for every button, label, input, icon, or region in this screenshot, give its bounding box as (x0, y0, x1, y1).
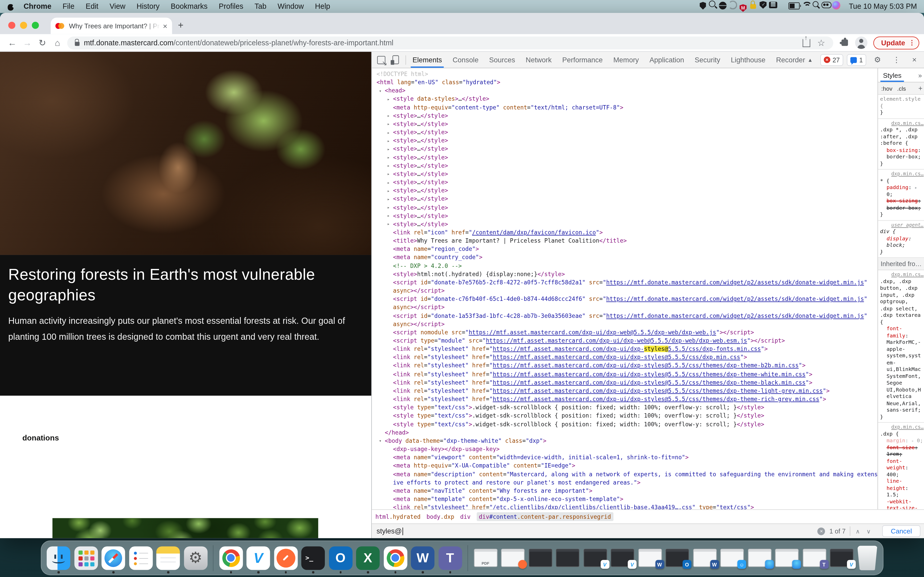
safari-window-2-dock-icon[interactable] (775, 549, 798, 567)
code-line[interactable]: <meta name="viewport" content="width=dev… (372, 453, 877, 462)
code-line[interactable]: <link rel="stylesheet" href="https://mtf… (372, 395, 877, 403)
menu-bar-clock[interactable]: Tue 10 May 5:03 PM (849, 2, 917, 11)
css-property[interactable]: line-height: 1.5; (880, 478, 924, 498)
chrome-dock-icon[interactable] (383, 546, 407, 569)
devtools-settings-gear-icon[interactable]: ⚙ (870, 55, 885, 64)
code-line[interactable]: <style type="text/css">.widget-sdk-scrol… (372, 403, 877, 412)
teams-window-dock-icon[interactable]: T (803, 549, 826, 567)
clear-search-icon[interactable]: × (817, 527, 825, 535)
css-rule[interactable]: dxp.min.cs….dxp, .dxp button, .dxp input… (878, 270, 924, 423)
devtools-tab-recorder[interactable]: Recorder▲ (771, 52, 818, 68)
css-rule[interactable]: dxp.min.cs…* {padding: ▸ 0;box-sizing: b… (878, 169, 924, 221)
css-source-link[interactable]: dxp.min.cs… (880, 120, 924, 126)
devtools-tab-sources[interactable]: Sources (484, 52, 520, 68)
collapse-arrow-icon[interactable]: ▸ (387, 221, 390, 229)
lock-icon[interactable] (75, 42, 80, 45)
css-rule[interactable]: element.style {} (878, 95, 924, 119)
code-line[interactable]: <dxp-usage-key></dxp-usage-key> (372, 445, 877, 453)
menu-item-tab[interactable]: Tab (254, 2, 267, 11)
devtools-tab-console[interactable]: Console (447, 52, 484, 68)
devtools-tab-lighthouse[interactable]: Lighthouse (725, 52, 771, 68)
code-line[interactable]: <link rel="stylesheet" href="https://mtf… (372, 345, 877, 353)
menu-item-edit[interactable]: Edit (86, 2, 98, 11)
menu-item-view[interactable]: View (110, 2, 125, 11)
collapse-arrow-icon[interactable]: ▸ (387, 129, 390, 137)
collapse-arrow-icon[interactable]: ▸ (387, 195, 390, 204)
code-line[interactable]: async></script> (372, 320, 877, 329)
code-line[interactable]: async></script> (372, 287, 877, 295)
code-line[interactable]: <link rel="icon" href="/content/dam/dxp/… (372, 229, 877, 237)
styles-tab[interactable]: Styles (878, 68, 906, 82)
terminal-window-dock-icon[interactable] (528, 549, 552, 567)
collapse-arrow-icon[interactable]: ▸ (387, 112, 390, 120)
settings-dock-icon[interactable]: ⚙ (184, 546, 207, 569)
menu-item-profiles[interactable]: Profiles (219, 2, 243, 11)
css-property[interactable]: display: block; (880, 235, 924, 249)
css-property[interactable]: box-sizing: border-box; (880, 198, 924, 211)
finder-dock-icon[interactable] (47, 546, 70, 569)
expand-property-icon[interactable]: ▸ (912, 438, 917, 443)
code-line[interactable]: ▸<style>…</style> (372, 220, 877, 228)
home-button[interactable]: ⌂ (50, 38, 65, 48)
code-line[interactable]: ▸<style>…</style> (372, 195, 877, 203)
breadcrumb-item[interactable]: html.hydrated (375, 513, 420, 520)
code-line[interactable]: ▸<style>…</style> (372, 203, 877, 212)
code-line[interactable]: <link rel="stylesheet" href="https://mtf… (372, 353, 877, 362)
code-line[interactable]: <meta http-equiv="X-UA-Compatible" conte… (372, 462, 877, 470)
code-line[interactable]: <link rel="stylesheet" href="https://mtf… (372, 370, 877, 379)
collapse-arrow-icon[interactable]: ▸ (387, 204, 390, 212)
breadcrumb-item[interactable]: body.dxp (426, 513, 454, 520)
scissors-status-icon[interactable] (778, 0, 788, 10)
code-line[interactable]: ▸<style>…</style> (372, 112, 877, 120)
word-dock-icon[interactable]: W (411, 546, 435, 569)
chrome-dock-icon[interactable] (219, 546, 242, 569)
css-source-link[interactable]: user agent… (880, 222, 924, 229)
privacy-status-icon[interactable] (698, 1, 708, 11)
zoom-window-button[interactable] (32, 22, 39, 29)
new-tab-button[interactable]: + (178, 21, 183, 30)
browser-tab[interactable]: Why Trees are Important? | Pric × (51, 18, 172, 34)
more-tabs-icon[interactable]: » (918, 72, 924, 79)
css-source-link[interactable]: dxp.min.cs… (880, 424, 924, 431)
code-line[interactable]: ▾<head> (372, 87, 877, 95)
error-badge[interactable]: ×27 (820, 54, 843, 66)
donations-button[interactable]: donations (8, 427, 73, 447)
searchc-status-icon[interactable] (708, 0, 718, 10)
browser-menu-icon[interactable]: ⋮ (909, 39, 915, 47)
update-button[interactable]: Update ⋮ (874, 36, 919, 49)
finder-window-dock-icon[interactable]: ☺ (720, 549, 744, 567)
code-line[interactable]: <style type="text/css">.widget-sdk-scrol… (372, 420, 877, 429)
share-icon[interactable] (803, 39, 810, 47)
css-rule[interactable]: dxp.min.cs….dxp *, .dxp :after, .dxp :be… (878, 119, 924, 170)
code-line[interactable]: ive efforts to protect and restore our p… (372, 479, 877, 487)
batt-status-icon[interactable] (788, 1, 801, 11)
code-line[interactable]: ▸<style>…</style> (372, 153, 877, 162)
postman-dock-icon[interactable] (274, 546, 297, 569)
previous-match-icon[interactable]: ∧ (855, 528, 861, 534)
menu-item-window[interactable]: Window (278, 2, 304, 11)
code-line[interactable]: <link rel="stylesheet" href="https://mtf… (372, 387, 877, 395)
collapse-arrow-icon[interactable]: ▸ (387, 187, 390, 195)
teams-dock-icon[interactable]: T (438, 546, 462, 569)
profile-avatar[interactable] (855, 37, 867, 49)
word-window-2-dock-icon[interactable]: W (693, 549, 716, 567)
menu-item-file[interactable]: File (63, 2, 74, 11)
styles-filter-hov[interactable]: :hov (881, 85, 892, 92)
css-property[interactable]: font-size: 1rem; (880, 444, 924, 458)
devtools-close-icon[interactable]: × (908, 55, 921, 64)
code-line[interactable]: ▸<style>…</style> (372, 145, 877, 153)
expand-arrow-icon[interactable]: ▾ (379, 437, 381, 445)
wifi-status-icon[interactable] (801, 0, 811, 10)
siri-status-icon[interactable] (831, 1, 841, 10)
menu-item-chrome[interactable]: Chrome (23, 2, 51, 11)
collapse-arrow-icon[interactable]: ▸ (387, 137, 390, 145)
collapse-arrow-icon[interactable]: ▸ (387, 162, 390, 170)
collapse-arrow-icon[interactable]: ▸ (387, 145, 390, 153)
breadcrumb-item[interactable]: div (460, 513, 470, 520)
spiral-status-icon[interactable] (728, 0, 738, 10)
devtools-tab-performance[interactable]: Performance (557, 52, 608, 68)
postman-window-dock-icon[interactable] (501, 549, 524, 567)
vscode-window-dock-icon[interactable]: V (583, 549, 607, 567)
css-property[interactable]: font-family: MarkForMC,-apple-system,sys… (880, 326, 924, 414)
extensions-icon[interactable] (842, 39, 848, 46)
